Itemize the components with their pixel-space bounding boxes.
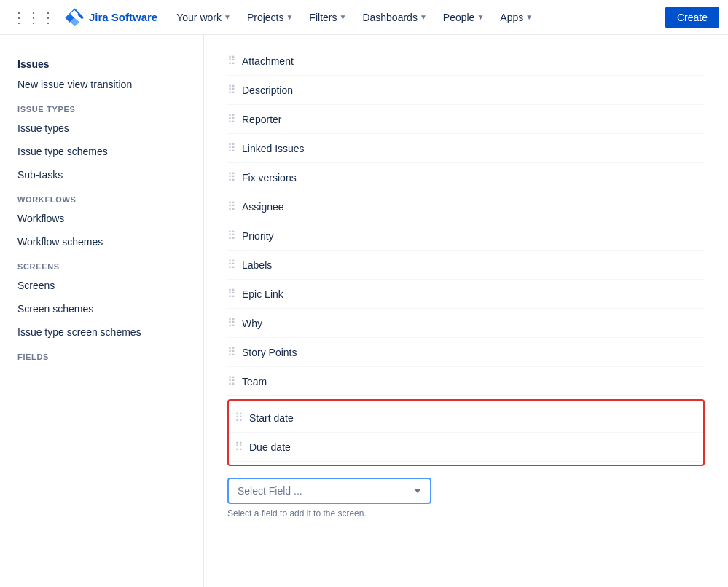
drag-handle-icon[interactable]: ⠿: [227, 287, 236, 301]
chevron-down-icon: ▼: [286, 13, 293, 21]
drag-handle-icon[interactable]: ⠿: [227, 112, 236, 126]
jira-logo-icon: [64, 7, 85, 28]
create-button[interactable]: Create: [665, 7, 719, 28]
list-item: ⠿ Team: [227, 367, 705, 396]
topnav: ⋮⋮⋮ Jira Software Your work ▼ Projects ▼…: [0, 0, 728, 35]
select-field-wrapper: Select Field ... Select a field to add i…: [227, 478, 705, 519]
logo-text: Jira Software: [89, 11, 157, 23]
select-field-hint: Select a field to add it to the screen.: [227, 508, 705, 519]
chevron-down-icon: ▼: [420, 13, 427, 21]
drag-handle-icon[interactable]: ⠿: [227, 54, 236, 68]
list-item: ⠿ Reporter: [227, 105, 705, 134]
drag-handle-icon[interactable]: ⠿: [235, 411, 243, 425]
list-item: ⠿ Linked Issues: [227, 134, 705, 163]
chevron-down-icon: ▼: [477, 13, 484, 21]
topnav-nav: Your work ▼ Projects ▼ Filters ▼ Dashboa…: [169, 7, 654, 28]
nav-apps[interactable]: Apps ▼: [493, 7, 540, 28]
sidebar: Issues New issue view transition ISSUE T…: [0, 35, 204, 587]
sidebar-item-issue-type-screen-schemes[interactable]: Issue type screen schemes: [0, 320, 203, 344]
nav-filters[interactable]: Filters ▼: [302, 7, 353, 28]
nav-dashboards[interactable]: Dashboards ▼: [355, 7, 434, 28]
nav-people[interactable]: People ▼: [436, 7, 492, 28]
list-item: ⠿ Description: [227, 76, 705, 105]
drag-handle-icon[interactable]: ⠿: [227, 83, 236, 97]
field-list: ⠿ Attachment ⠿ Description ⠿ Reporter ⠿ …: [227, 47, 705, 396]
sidebar-section-workflows-header: WORKFLOWS: [0, 186, 203, 207]
list-item: ⠿ Assignee: [227, 192, 705, 221]
drag-handle-icon[interactable]: ⠿: [227, 229, 236, 243]
sidebar-item-workflow-schemes[interactable]: Workflow schemes: [0, 230, 203, 253]
sidebar-section-fields-header: FIELDS: [0, 344, 203, 364]
sidebar-item-screen-schemes[interactable]: Screen schemes: [0, 297, 203, 320]
sidebar-item-sub-tasks[interactable]: Sub-tasks: [0, 163, 203, 186]
list-item: ⠿ Due date: [229, 433, 703, 462]
drag-handle-icon[interactable]: ⠿: [227, 345, 236, 359]
grid-icon: ⋮⋮⋮: [12, 9, 55, 26]
highlighted-field-section: ⠿ Start date ⠿ Due date: [227, 399, 705, 466]
chevron-down-icon: ▼: [339, 13, 346, 21]
sidebar-item-new-issue-view[interactable]: New issue view transition: [0, 73, 203, 96]
chevron-down-icon: ▼: [525, 13, 533, 21]
chevron-down-icon: ▼: [224, 13, 231, 21]
sidebar-heading: Issues: [0, 47, 203, 73]
sidebar-section-issue-types-header: ISSUE TYPES: [0, 96, 203, 117]
nav-projects[interactable]: Projects ▼: [240, 7, 300, 28]
select-field-dropdown[interactable]: Select Field ...: [227, 478, 431, 504]
drag-handle-icon[interactable]: ⠿: [227, 374, 236, 388]
nav-your-work[interactable]: Your work ▼: [169, 7, 238, 28]
logo: Jira Software: [64, 7, 157, 28]
sidebar-section-screens-header: SCREENS: [0, 253, 203, 274]
list-item: ⠿ Start date: [229, 403, 703, 433]
sidebar-item-issue-type-schemes[interactable]: Issue type schemes: [0, 140, 203, 163]
sidebar-item-issue-types[interactable]: Issue types: [0, 117, 203, 140]
page-layout: Issues New issue view transition ISSUE T…: [0, 35, 728, 587]
list-item: ⠿ Labels: [227, 251, 705, 280]
list-item: ⠿ Attachment: [227, 47, 705, 76]
sidebar-item-workflows[interactable]: Workflows: [0, 207, 203, 230]
main-content: ⠿ Attachment ⠿ Description ⠿ Reporter ⠿ …: [204, 35, 728, 587]
list-item: ⠿ Why: [227, 309, 705, 338]
drag-handle-icon[interactable]: ⠿: [227, 170, 236, 184]
sidebar-item-screens[interactable]: Screens: [0, 274, 203, 297]
drag-handle-icon[interactable]: ⠿: [235, 440, 243, 454]
drag-handle-icon[interactable]: ⠿: [227, 316, 236, 330]
list-item: ⠿ Priority: [227, 221, 705, 251]
list-item: ⠿ Fix versions: [227, 163, 705, 192]
list-item: ⠿ Epic Link: [227, 280, 705, 309]
drag-handle-icon[interactable]: ⠿: [227, 141, 236, 155]
grid-menu-button[interactable]: ⋮⋮⋮: [9, 6, 58, 29]
list-item: ⠿ Story Points: [227, 338, 705, 367]
drag-handle-icon[interactable]: ⠿: [227, 258, 236, 272]
drag-handle-icon[interactable]: ⠿: [227, 200, 236, 213]
